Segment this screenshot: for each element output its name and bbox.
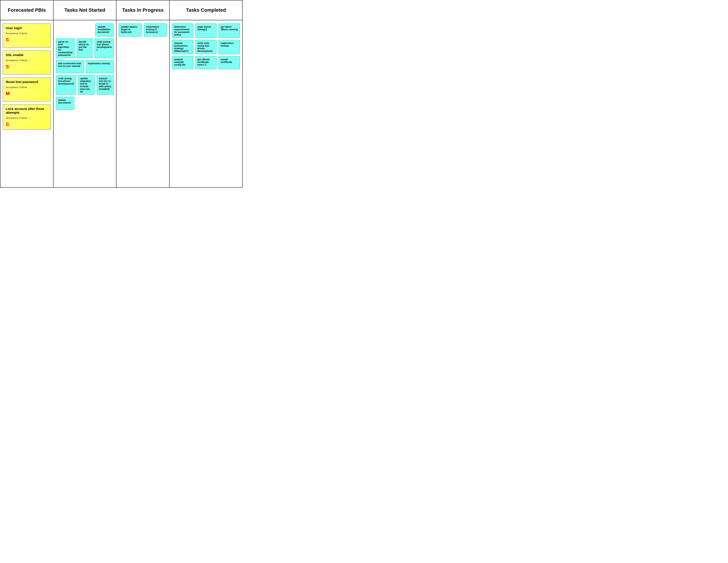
pbi-title: User login bbox=[6, 26, 48, 30]
completed-body: determine requirements for password poli… bbox=[170, 20, 242, 187]
pbi-size: S bbox=[6, 64, 48, 70]
not-started-row2: add screenshot and text to user manual e… bbox=[56, 60, 114, 73]
task-exploratory-browsers[interactable]: exploratory testing (3 browsers) bbox=[144, 23, 167, 37]
task-install-certificate[interactable]: install certificate bbox=[218, 56, 240, 69]
kanban-board: Forecasted PBIs User login Acceptance Cr… bbox=[0, 0, 243, 188]
pbi-lock-account[interactable]: Lock account after three attempts Accept… bbox=[3, 104, 51, 130]
not-started-row4: update documents bbox=[56, 97, 74, 110]
task-get-jboss[interactable]: get latest JBoss running bbox=[218, 23, 240, 38]
task-determine-requirements[interactable]: determine requirements for password poli… bbox=[172, 23, 193, 38]
in-progress-header: Tasks In Progress bbox=[116, 0, 169, 20]
task-analyze-config[interactable]: analyze example config file bbox=[172, 56, 193, 69]
task-update-migration[interactable]: update migration tool to include new row… bbox=[78, 75, 95, 95]
forecasted-header: Forecasted PBIs bbox=[0, 0, 53, 20]
pbi-criteria: Acceptance Criteria: .... bbox=[6, 32, 48, 35]
task-update-docs[interactable]: update documents bbox=[56, 97, 74, 110]
completed-row3: analyze example config file get official… bbox=[172, 56, 240, 69]
task-get-certificate[interactable]: get official certificate from I.T. bbox=[195, 56, 217, 69]
pbi-size: S bbox=[6, 121, 48, 127]
task-page-layout[interactable]: page layout (design) bbox=[195, 23, 217, 38]
task-code-tdd-2[interactable]: code (using test-driven development) bbox=[56, 75, 76, 95]
completed-row1: determine requirements for password poli… bbox=[172, 23, 240, 38]
task-choose-persistence[interactable]: choose persistence strategy (Hibernate?) bbox=[172, 40, 193, 54]
col-forecasted: Forecasted PBIs User login Acceptance Cr… bbox=[0, 0, 54, 187]
task-exploratory-completed[interactable]: exploratory testing bbox=[218, 40, 240, 54]
col-not-started: Tasks Not Started update installation do… bbox=[54, 0, 116, 187]
col-completed: Tasks Completed determine requirements f… bbox=[170, 0, 242, 187]
col-in-progress: Tasks In Progress update deploy target i… bbox=[116, 0, 170, 187]
completed-row2: choose persistence strategy (Hibernate?)… bbox=[172, 40, 240, 54]
in-progress-row1: update deploy target in build.xml explor… bbox=[119, 23, 167, 37]
task-decide-link[interactable]: decide where to put the link bbox=[77, 38, 93, 58]
in-progress-body: update deploy target in build.xml explor… bbox=[116, 20, 169, 187]
task-code-tdd-1[interactable]: code (using test-driven development ) bbox=[94, 38, 114, 58]
forecasted-body: User login Acceptance Criteria: .... S S… bbox=[0, 20, 53, 187]
pbi-title: SSL enable bbox=[6, 53, 48, 57]
task-exploratory-1[interactable]: exploratory testing bbox=[86, 60, 114, 73]
completed-header: Tasks Completed bbox=[170, 0, 242, 20]
task-update-deploy[interactable]: update deploy target in build.xml bbox=[119, 23, 142, 37]
task-add-screenshot[interactable]: add screenshot and text to user manual bbox=[56, 60, 84, 73]
task-update-install-doc[interactable]: update installation document bbox=[95, 23, 114, 37]
task-write-code-tdd[interactable]: write code using test-driven development bbox=[195, 40, 217, 54]
pbi-size: M bbox=[6, 91, 48, 96]
pbi-ssl-enable[interactable]: SSL enable Acceptance Criteria: .... S bbox=[3, 50, 51, 75]
not-started-row3: code (using test-driven development) upd… bbox=[56, 75, 114, 95]
pbi-criteria: Acceptance Criteria: .... bbox=[6, 59, 48, 62]
pbi-criteria: Acceptance Criteria: .... bbox=[6, 86, 48, 88]
task-agree-algorithm[interactable]: agree on best algorithm for randomizing … bbox=[56, 38, 75, 58]
pbi-title: Reset lost password bbox=[6, 80, 48, 84]
pbi-title: Lock account after three attempts bbox=[6, 107, 48, 114]
pbi-reset-password[interactable]: Reset lost password Acceptance Criteria:… bbox=[3, 77, 51, 102]
pbi-criteria: Acceptance Criteria: .... bbox=[6, 117, 48, 119]
not-started-body: update installation document agree on be… bbox=[54, 20, 116, 187]
pbi-user-login[interactable]: User login Acceptance Criteria: .... S bbox=[3, 23, 51, 48]
not-started-row1: agree on best algorithm for randomizing … bbox=[56, 38, 114, 58]
not-started-header: Tasks Not Started bbox=[54, 0, 116, 20]
task-manual-test[interactable]: manual test (try to break in with policy… bbox=[97, 75, 114, 95]
pbi-size: S bbox=[6, 37, 48, 43]
